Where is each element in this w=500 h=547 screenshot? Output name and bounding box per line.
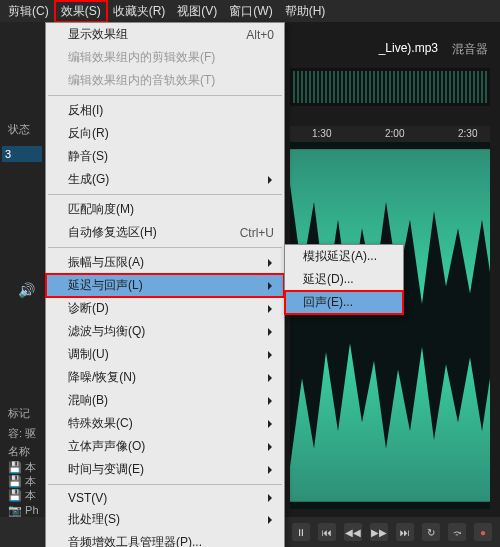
delay-echo-submenu: 模拟延迟(A)... 延迟(D)... 回声(E)... xyxy=(284,244,404,315)
separator xyxy=(48,247,282,248)
loop-button[interactable]: ↻ xyxy=(422,523,440,541)
item-plugin-mgr[interactable]: 音频增效工具管理器(P)... xyxy=(46,531,284,547)
item-auto-heal[interactable]: 自动修复选区(H) Ctrl+U xyxy=(46,221,284,244)
status-label: 状态 xyxy=(0,22,45,137)
subitem-analog-delay[interactable]: 模拟延迟(A)... xyxy=(285,245,403,268)
forward-button[interactable]: ▶▶ xyxy=(370,523,388,541)
shortcut-label: Ctrl+U xyxy=(240,226,274,240)
rewind-button[interactable]: ◀◀ xyxy=(344,523,362,541)
file-selected[interactable]: 3 xyxy=(2,146,42,162)
item-modulation[interactable]: 调制(U) xyxy=(46,343,284,366)
separator xyxy=(48,484,282,485)
item-reverse[interactable]: 反向(R) xyxy=(46,122,284,145)
subitem-delay[interactable]: 延迟(D)... xyxy=(285,268,403,291)
name-col: 名称 xyxy=(8,444,30,459)
item-diagnostics[interactable]: 诊断(D) xyxy=(46,297,284,320)
timeline-tick: 1:30 xyxy=(312,128,331,139)
item-match-loudness[interactable]: 匹配响度(M) xyxy=(46,198,284,221)
separator xyxy=(48,95,282,96)
menu-help[interactable]: 帮助(H) xyxy=(279,1,332,22)
item-special[interactable]: 特殊效果(C) xyxy=(46,412,284,435)
item-noise-restore[interactable]: 降噪/恢复(N) xyxy=(46,366,284,389)
timeline-ruler[interactable]: 1:30 2:00 2:30 xyxy=(290,126,490,142)
item-vst[interactable]: VST(V) xyxy=(46,488,284,508)
menu-favorites[interactable]: 收藏夹(R) xyxy=(107,1,172,22)
subitem-echo[interactable]: 回声(E)... xyxy=(285,291,403,314)
drive-b[interactable]: 💾 本 xyxy=(8,474,36,489)
item-amplitude[interactable]: 振幅与压限(A) xyxy=(46,251,284,274)
timeline-tick: 2:00 xyxy=(385,128,404,139)
item-generate[interactable]: 生成(G) xyxy=(46,168,284,191)
item-time-pitch[interactable]: 时间与变调(E) xyxy=(46,458,284,481)
row-label: 容: 驱 xyxy=(8,426,36,441)
item-silence[interactable]: 静音(S) xyxy=(46,145,284,168)
markers-label: 标记 xyxy=(8,406,30,421)
menu-effects[interactable]: 效果(S) xyxy=(55,1,107,22)
item-filter-eq[interactable]: 滤波与均衡(Q) xyxy=(46,320,284,343)
editor-tabs: _Live).mp3 混音器 xyxy=(379,41,488,58)
pause-button[interactable]: ⏸ xyxy=(292,523,310,541)
menu-view[interactable]: 视图(V) xyxy=(171,1,223,22)
timeline-tick: 2:30 xyxy=(458,128,477,139)
skip-button[interactable]: ⤼ xyxy=(448,523,466,541)
drive-c[interactable]: 💾 本 xyxy=(8,488,36,503)
item-delay-echo[interactable]: 延迟与回声(L) xyxy=(46,274,284,297)
shortcut-label: Alt+0 xyxy=(246,28,274,42)
tab-file[interactable]: _Live).mp3 xyxy=(379,41,438,58)
menu-window[interactable]: 窗口(W) xyxy=(223,1,278,22)
record-button[interactable]: ● xyxy=(474,523,492,541)
speaker-icon[interactable]: 🔊 xyxy=(18,282,35,298)
item-batch[interactable]: 批处理(S) xyxy=(46,508,284,531)
item-edit-track-fx: 编辑效果组内的音轨效果(T) xyxy=(46,69,284,92)
effects-dropdown: 显示效果组 Alt+0 编辑效果组内的剪辑效果(F) 编辑效果组内的音轨效果(T… xyxy=(45,22,285,547)
menubar: 剪辑(C) 效果(S) 收藏夹(R) 视图(V) 窗口(W) 帮助(H) xyxy=(0,0,500,22)
item-reverb[interactable]: 混响(B) xyxy=(46,389,284,412)
item-stereo[interactable]: 立体声声像(O) xyxy=(46,435,284,458)
next-button[interactable]: ⏭ xyxy=(396,523,414,541)
separator xyxy=(48,194,282,195)
item-show-rack[interactable]: 显示效果组 Alt+0 xyxy=(46,23,284,46)
tab-mixer[interactable]: 混音器 xyxy=(452,41,488,58)
drive-ph[interactable]: 📷 Ph xyxy=(8,504,39,517)
menu-edit[interactable]: 剪辑(C) xyxy=(2,1,55,22)
drive-a[interactable]: 💾 本 xyxy=(8,460,36,475)
prev-button[interactable]: ⏮ xyxy=(318,523,336,541)
item-edit-clip-fx: 编辑效果组内的剪辑效果(F) xyxy=(46,46,284,69)
item-invert[interactable]: 反相(I) xyxy=(46,99,284,122)
overview-waveform[interactable] xyxy=(290,68,490,106)
